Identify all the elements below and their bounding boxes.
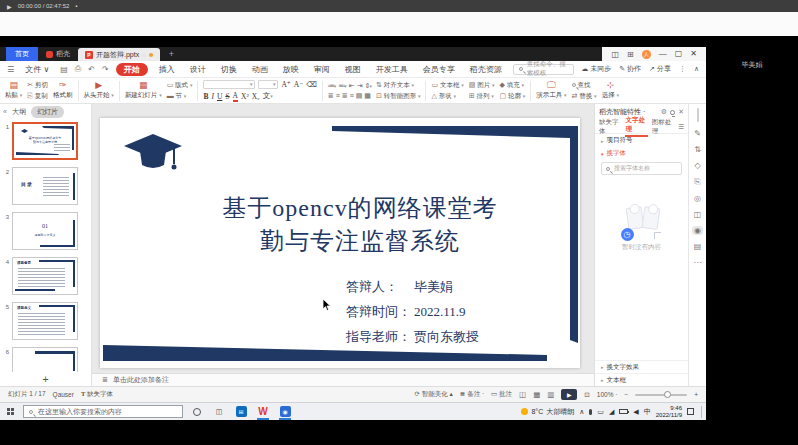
settings-gear-icon[interactable]: ⚙ [661, 108, 667, 116]
ribbon-tab-home[interactable]: 开始 [116, 63, 148, 76]
indent-button[interactable]: ⇥ [357, 82, 362, 90]
outline-button[interactable]: ▢ 轮廓 ▾ [500, 92, 526, 101]
weather-widget[interactable]: 8°C 大部晴朗 [521, 407, 574, 417]
slide-5-thumbnail[interactable]: 课题意义 [12, 302, 78, 340]
numbering-button[interactable]: ≕▾ [338, 82, 346, 90]
undo-icon[interactable]: ↶ [88, 65, 95, 74]
docer-pane-icon[interactable]: ◉ [692, 226, 703, 235]
fill-button[interactable]: ◆ 填充 ▾ [500, 81, 526, 90]
align-right-button[interactable]: ≣ [342, 92, 347, 100]
outdent-button[interactable]: ⇤ [349, 82, 354, 90]
bold-button[interactable]: B [203, 92, 208, 101]
wps-taskbar-icon[interactable]: W [255, 403, 271, 420]
italic-button[interactable]: I [211, 92, 214, 101]
reading-view-icon[interactable]: ▥ [547, 390, 554, 399]
fit-slide-icon[interactable]: ⊡ [584, 391, 589, 399]
selection-pane-icon[interactable]: ▤ [694, 242, 702, 251]
volume-icon[interactable]: ◀ [633, 408, 638, 416]
command-search-input[interactable]: 查找命令、搜索模板 [513, 64, 575, 75]
collapse-ribbon-icon[interactable]: ∧ [694, 65, 699, 73]
panel-tab-missing-fonts[interactable]: 缺失字体 [599, 118, 621, 136]
cut-button[interactable]: ✂ 剪切 [27, 81, 48, 90]
panel-menu-icon[interactable]: ☰ [678, 123, 684, 131]
sorter-view-icon[interactable]: ▦ [533, 390, 540, 399]
text-effect-button[interactable]: 文▾ [263, 91, 273, 101]
textbox-button[interactable]: ▭ 文本框 ▾ [431, 81, 463, 90]
task-view-icon[interactable]: ◫ [211, 403, 227, 420]
sync-status-button[interactable]: ☁ 未同步 [581, 64, 611, 74]
ribbon-tab-animation[interactable]: 动画 [248, 63, 272, 76]
panel-tab-icon-processing[interactable]: 图标处理 [652, 118, 674, 136]
ime-indicator[interactable]: 中 [644, 407, 651, 417]
slide-info-textbox[interactable]: 答辩人：毕美娟 答辩时间：2022.11.9 指导老师：贾向东教授 [346, 274, 479, 349]
section-change-font[interactable]: ▾ 换字体 [595, 147, 688, 160]
tab-home[interactable]: 首页 [6, 47, 38, 61]
font-size-select[interactable]: ▾ [258, 80, 278, 89]
tab-document[interactable]: P 开题答辩.pptx ◌ [78, 48, 160, 61]
show-desktop-button[interactable] [701, 406, 702, 418]
slide-6-thumbnail[interactable] [12, 347, 78, 372]
slides-tab[interactable]: 幻灯片 [31, 106, 64, 118]
start-button[interactable] [7, 408, 14, 415]
ribbon-tab-slideshow[interactable]: 放映 [279, 63, 303, 76]
shape-button[interactable]: △ 形状 ▾ [431, 92, 463, 101]
table-button[interactable]: ▦ [364, 92, 370, 100]
zoom-in-button[interactable]: + [694, 391, 698, 398]
notes-toggle-button[interactable]: ≣ 备注 · [460, 390, 484, 399]
slide-canvas[interactable]: 基于opencv的网络课堂考 勤与专注监督系统 答辩人：毕美娟 答辩时间：202… [92, 104, 594, 373]
thumbnail-row-3[interactable]: 3 01 课题背景及意义 [0, 212, 91, 250]
superscript-button[interactable]: X² [241, 92, 249, 101]
taskbar-search-input[interactable]: 在这里输入你要搜索的内容 [23, 405, 183, 418]
format-painter-button[interactable]: ✑格式刷 [53, 81, 73, 100]
outline-tab[interactable]: 大纲 [12, 107, 26, 117]
layout-switch-icon[interactable]: ◫ [611, 50, 619, 59]
zoom-slider[interactable] [635, 394, 687, 396]
clipboard-pane-icon[interactable]: ⎘ [694, 177, 700, 187]
layout-button[interactable]: ▭ 版式 ▾ [167, 81, 193, 90]
decrease-font-icon[interactable]: A⁻ [294, 80, 303, 89]
find-button[interactable]: 查找 [572, 81, 597, 90]
slide-2-thumbnail[interactable]: 目录 [12, 167, 78, 205]
font-color-button[interactable]: A [233, 91, 238, 102]
section-textbox[interactable]: ▸ 文本框 [595, 373, 688, 386]
normal-view-icon[interactable]: ◫ [519, 390, 526, 399]
section-button[interactable]: ▬ 节 ▾ [167, 92, 193, 101]
redo-icon[interactable]: ↷ [102, 65, 109, 74]
layout-pane-icon[interactable]: ◫ [694, 210, 702, 219]
slide-3-thumbnail[interactable]: 01 课题背景及意义 [12, 212, 78, 250]
panel-close-icon[interactable]: ✕ [678, 108, 684, 116]
section-text-effect[interactable]: ▸ 换文字效果 [595, 360, 688, 373]
section-bullets[interactable]: ▸ 项目符号 [595, 134, 688, 147]
share-button[interactable]: ↗ 分享 [649, 64, 671, 74]
notes-bar[interactable]: ≣ 单击此处添加备注 [92, 373, 594, 386]
play-icon[interactable]: ▶ [7, 3, 12, 10]
current-slide[interactable]: 基于opencv的网络课堂考 勤与专注监督系统 答辩人：毕美娟 答辩时间：202… [100, 118, 580, 368]
new-slide-button[interactable]: ▦新建幻灯片 ▾ [125, 81, 162, 100]
maximize-button[interactable]: ▢ [675, 50, 683, 58]
apps-grid-icon[interactable]: ⊞ [627, 50, 634, 59]
underline-button[interactable]: U [217, 92, 222, 101]
line-spacing-button[interactable]: ⇕▾ [365, 82, 371, 90]
bullets-button[interactable]: ≔▾ [328, 82, 336, 90]
increase-font-icon[interactable]: A⁺ [281, 80, 290, 89]
slide-4-thumbnail[interactable]: 课题背景 [12, 257, 78, 295]
zoom-out-button[interactable]: − [624, 391, 628, 398]
more-menu-icon[interactable]: ⋮ [679, 65, 686, 73]
thumbnail-row-6[interactable]: 6 [0, 347, 91, 372]
ribbon-tab-view[interactable]: 视图 [341, 63, 365, 76]
slide-1-thumbnail[interactable]: 基于opencv的网络课堂考勤与专注监督系统 [12, 122, 78, 160]
strikethrough-button[interactable]: S [225, 92, 229, 101]
cortana-icon[interactable] [189, 403, 205, 420]
paste-button[interactable]: ▤粘贴 ▾ [5, 81, 22, 100]
ribbon-tab-insert[interactable]: 插入 [155, 63, 179, 76]
collapse-panel-icon[interactable]: « [3, 108, 7, 115]
ribbon-tab-design[interactable]: 设计 [186, 63, 210, 76]
to-smartart-button[interactable]: ⊡ 转智能图形 ▾ [376, 92, 421, 101]
ribbon-tab-docer-res[interactable]: 稻壳资源 [466, 63, 506, 76]
picture-button[interactable]: ▨ 图片 ▾ [469, 81, 495, 90]
subscript-button[interactable]: X₂ [252, 92, 260, 101]
help-icon[interactable]: ◎ [694, 194, 701, 203]
thumbnail-row-2[interactable]: 2 目录 [0, 167, 91, 205]
microphone-icon[interactable] [589, 409, 592, 415]
user-avatar[interactable]: 人 [642, 50, 651, 59]
